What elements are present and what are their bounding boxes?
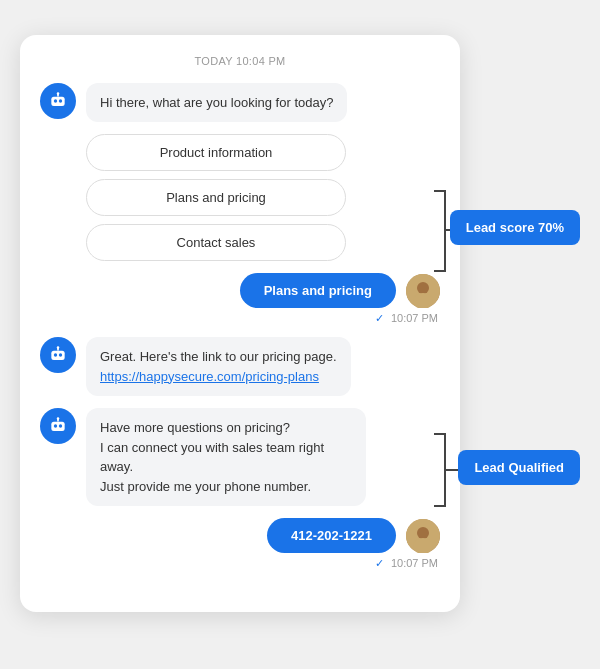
svg-point-2 <box>59 99 62 102</box>
user-phone-time: ✓ 10:07 PM <box>40 557 440 570</box>
user-selection-row: Plans and pricing <box>40 273 440 308</box>
svg-point-9 <box>54 353 57 356</box>
svg-point-17 <box>57 417 60 420</box>
bot-avatar-2 <box>40 337 76 373</box>
outer-container: TODAY 10:04 PM Hi there, what are you lo… <box>20 15 580 655</box>
svg-point-15 <box>59 424 62 427</box>
svg-rect-0 <box>51 96 64 105</box>
option-product-information[interactable]: Product information <box>86 134 346 171</box>
bot-pricing-bubble: Great. Here's the link to our pricing pa… <box>86 337 351 396</box>
svg-point-4 <box>57 92 60 95</box>
bracket-lead-score-bottom <box>434 270 446 272</box>
chat-timestamp: TODAY 10:04 PM <box>40 55 440 67</box>
svg-rect-13 <box>51 422 64 431</box>
svg-point-1 <box>54 99 57 102</box>
option-plans-pricing[interactable]: Plans and pricing <box>86 179 346 216</box>
bot-followup-row: Have more questions on pricing? I can co… <box>40 408 440 506</box>
check-icon-2: ✓ <box>375 557 384 569</box>
user-phone-button[interactable]: 412-202-1221 <box>267 518 396 553</box>
svg-rect-8 <box>51 351 64 360</box>
svg-point-14 <box>54 424 57 427</box>
svg-point-19 <box>417 527 429 539</box>
lead-qualified-badge: Lead Qualified <box>458 450 580 485</box>
bot-greeting-bubble: Hi there, what are you looking for today… <box>86 83 347 123</box>
pricing-link[interactable]: https://happysecure.com/pricing-plans <box>100 369 319 384</box>
chat-window: TODAY 10:04 PM Hi there, what are you lo… <box>20 35 460 613</box>
bot-avatar <box>40 83 76 119</box>
svg-point-6 <box>417 282 429 294</box>
options-list: Product information Plans and pricing Co… <box>86 134 440 261</box>
bot-followup-bubble: Have more questions on pricing? I can co… <box>86 408 366 506</box>
svg-point-12 <box>57 346 60 349</box>
check-icon: ✓ <box>375 312 384 324</box>
option-contact-sales[interactable]: Contact sales <box>86 224 346 261</box>
bracket-lead-qualified-bottom <box>434 505 446 507</box>
bot-avatar-3 <box>40 408 76 444</box>
lead-score-badge: Lead score 70% <box>450 210 580 245</box>
user-message-time: ✓ 10:07 PM <box>40 312 440 325</box>
bot-pricing-row: Great. Here's the link to our pricing pa… <box>40 337 440 396</box>
user-avatar <box>406 274 440 308</box>
bot-greeting-row: Hi there, what are you looking for today… <box>40 83 440 123</box>
user-phone-row: 412-202-1221 <box>40 518 440 553</box>
svg-point-10 <box>59 353 62 356</box>
user-avatar-2 <box>406 519 440 553</box>
user-selected-button[interactable]: Plans and pricing <box>240 273 396 308</box>
